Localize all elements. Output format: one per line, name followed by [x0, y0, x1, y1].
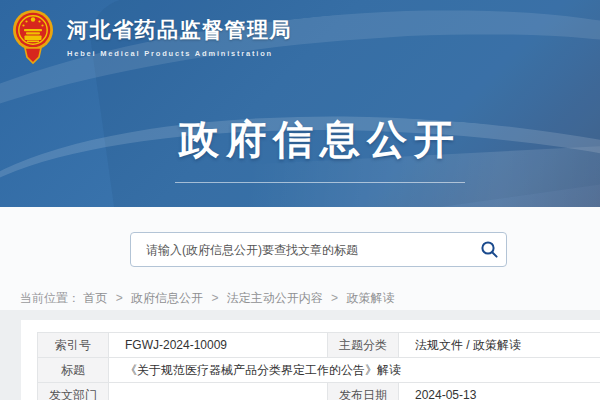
- table-row: 标题 《关于规范医疗器械产品分类界定工作的公告》解读: [38, 358, 600, 383]
- topic-category-value: 法规文件 / 政策解读: [399, 333, 600, 358]
- gov-webpage: { "header": { "site_name_cn": "河北省药品监督管理…: [0, 0, 600, 400]
- breadcrumb-gov-info[interactable]: 政府信息公开: [131, 291, 203, 305]
- search-section: 当前位置： 首页 > 政府信息公开 > 法定主动公开内容 > 政策解读: [0, 207, 600, 310]
- search-input[interactable]: [131, 233, 472, 266]
- breadcrumb-separator: >: [116, 291, 123, 305]
- site-banner: 河北省药品监督管理局 Hebei Medical Products Admini…: [0, 0, 600, 207]
- title-label: 标题: [38, 358, 109, 383]
- table-row: 发文部门 发布日期 2024-05-13: [38, 383, 600, 400]
- publish-date-value: 2024-05-13: [399, 383, 600, 400]
- issuing-department-value: [109, 383, 328, 400]
- breadcrumb-prefix: 当前位置：: [20, 291, 80, 305]
- index-number-label: 索引号: [38, 333, 109, 358]
- document-section: 索引号 FGWJ-2024-10009 主题分类 法规文件 / 政策解读 标题 …: [0, 310, 600, 400]
- document-title-value: 《关于规范医疗器械产品分类界定工作的公告》解读: [109, 358, 600, 383]
- site-name-block: 河北省药品监督管理局 Hebei Medical Products Admini…: [67, 9, 292, 58]
- page-title: 政府信息公开: [0, 112, 600, 167]
- document-info-table: 索引号 FGWJ-2024-10009 主题分类 法规文件 / 政策解读 标题 …: [37, 332, 600, 400]
- table-row: 索引号 FGWJ-2024-10009 主题分类 法规文件 / 政策解读: [38, 333, 600, 358]
- breadcrumb-separator: >: [211, 291, 218, 305]
- search-box: [130, 232, 507, 267]
- site-logo[interactable]: 河北省药品监督管理局 Hebei Medical Products Admini…: [12, 9, 292, 65]
- site-name-cn: 河北省药品监督管理局: [67, 16, 292, 44]
- breadcrumb-separator: >: [331, 291, 338, 305]
- banner-title-block: 政府信息公开: [0, 112, 600, 183]
- title-underline: [175, 182, 465, 183]
- breadcrumb-home[interactable]: 首页: [83, 291, 107, 305]
- issuing-department-label: 发文部门: [38, 383, 109, 400]
- topic-category-label: 主题分类: [328, 333, 399, 358]
- site-name-en: Hebei Medical Products Administration: [67, 49, 292, 58]
- document-card: 索引号 FGWJ-2024-10009 主题分类 法规文件 / 政策解读 标题 …: [21, 320, 600, 400]
- search-icon: [480, 240, 499, 259]
- publish-date-label: 发布日期: [328, 383, 399, 400]
- breadcrumb-statutory-disclosure[interactable]: 法定主动公开内容: [227, 291, 323, 305]
- search-button[interactable]: [472, 233, 506, 266]
- index-number-value: FGWJ-2024-10009: [109, 333, 328, 358]
- national-emblem-icon: [12, 9, 54, 65]
- breadcrumb-policy-interpretation[interactable]: 政策解读: [346, 291, 394, 305]
- breadcrumb: 当前位置： 首页 > 政府信息公开 > 法定主动公开内容 > 政策解读: [20, 290, 394, 307]
